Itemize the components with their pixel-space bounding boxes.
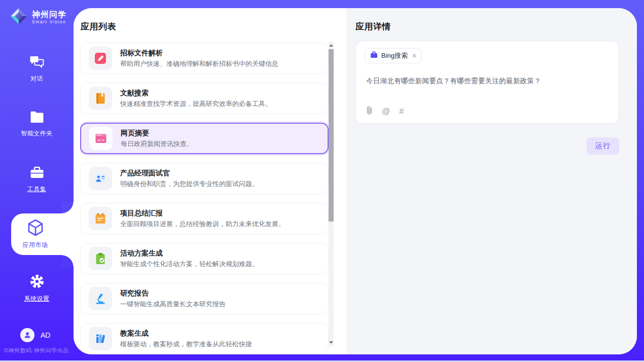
avatar <box>20 328 34 342</box>
app-detail-panel: 应用详情 Bing搜索 × 今日湖北有哪些新闻要点？有哪些需要关注的最新政策？ <box>346 8 637 354</box>
run-button[interactable]: 运行 <box>587 137 619 155</box>
app-detail-title: 应用详情 <box>355 21 391 32</box>
app-name: 项目总结汇报 <box>120 209 285 218</box>
sidebar-item-label: 系统设置 <box>24 295 50 303</box>
scroll-up-icon[interactable] <box>329 44 333 47</box>
chat-icon <box>29 55 45 71</box>
resume-icon <box>89 167 112 190</box>
app-row-literature-search[interactable]: 文献搜索 快速精准查找学术资源，提高研究效率的必备工具。 <box>80 83 329 114</box>
sidebar-item-label: 工具集 <box>27 185 47 194</box>
app-name: 教案生成 <box>120 329 252 338</box>
app-row-project-summary[interactable]: 项目总结汇报 全面回顾项目进展，总结经验教训，助力未来优化发展。 <box>80 203 329 234</box>
brand-subtitle: Smart Vision <box>32 19 66 24</box>
sidebar-item-app-market[interactable]: 应用市场 <box>11 213 74 255</box>
app-row-lesson-plan[interactable]: 教案生成 模板驱动，教案秒成，教学准备从此轻松快捷 <box>80 323 329 354</box>
sidebar-item-label: 智能文件夹 <box>21 129 53 138</box>
doc-edit-icon <box>89 47 112 70</box>
app-list-panel: 应用列表 招标文件解析 帮助用户快速、准确地理解和解析招标书中的关键信息 <box>74 8 346 354</box>
app-desc: 智能生成个性化活动方案，轻松解决规划难题。 <box>120 260 259 269</box>
app-list-title: 应用列表 <box>81 21 116 32</box>
sidebar: 神州问学 Smart Vision 对话 智能文件夹 工具集 <box>0 0 74 362</box>
sidebar-item-chat[interactable]: 对话 <box>0 55 74 83</box>
active-tab-bottom-curve <box>61 255 74 267</box>
app-row-research-report[interactable]: 研究报告 一键智能生成高质量长文本研究报告 <box>80 283 329 314</box>
app-name: 网页摘要 <box>121 129 193 138</box>
sidebar-item-toolset[interactable]: 工具集 <box>0 166 74 194</box>
app-row-pm-interviewer[interactable]: 产品经理面试官 明确身份和职责，为您提供专业性的面试问题。 <box>80 163 329 194</box>
brand-name: 神州问学 <box>32 10 66 19</box>
user-account[interactable]: AD <box>20 328 50 342</box>
scrollbar-thumb[interactable] <box>329 49 334 222</box>
app-desc: 明确身份和职责，为您提供专业性的面试问题。 <box>120 179 259 189</box>
paperclip-icon[interactable] <box>366 106 373 117</box>
svg-text:</>: </> <box>97 138 105 142</box>
copyright-text: ©神州数码·神州问学出品 <box>4 347 69 354</box>
app-row-web-summary[interactable]: </> 网页摘要 每日政府新闻资讯快查。 <box>80 123 329 154</box>
hash-icon[interactable]: # <box>399 107 404 116</box>
mention-icon[interactable]: @ <box>382 107 390 116</box>
app-name: 招标文件解析 <box>120 49 278 58</box>
app-desc: 快速精准查找学术资源，提高研究效率的必备工具。 <box>120 99 272 108</box>
app-row-event-plan[interactable]: 活动方案生成 智能生成个性化活动方案，轻松解决规划难题。 <box>80 243 329 274</box>
toolbox-icon <box>29 166 45 182</box>
microscope-icon <box>89 287 112 310</box>
tool-chip-label: Bing搜索 <box>381 51 408 60</box>
app-desc: 全面回顾项目进展，总结经验教训，助力未来优化发展。 <box>120 220 285 229</box>
app-name: 研究报告 <box>120 289 226 298</box>
app-logo: 神州问学 Smart Vision <box>9 7 66 28</box>
app-desc: 模板驱动，教案秒成，教学准备从此轻松快捷 <box>120 340 252 349</box>
sidebar-item-label: 应用市场 <box>23 241 48 249</box>
app-desc: 每日政府新闻资讯快查。 <box>121 139 193 149</box>
folder-icon <box>29 111 45 126</box>
app-list: 招标文件解析 帮助用户快速、准确地理解和解析招标书中的关键信息 文献搜索 快速精… <box>80 43 329 354</box>
cube-icon <box>27 219 44 238</box>
app-name: 产品经理面试官 <box>120 169 259 178</box>
prompt-card[interactable]: Bing搜索 × 今日湖北有哪些新闻要点？有哪些需要关注的最新政策？ @ # <box>355 41 619 124</box>
list-scrollbar[interactable] <box>329 42 334 346</box>
chip-close-icon[interactable]: × <box>412 52 416 59</box>
web-code-icon: </> <box>89 127 113 150</box>
book-icon <box>89 87 112 110</box>
app-name: 文献搜索 <box>120 89 272 98</box>
composer-toolbar: @ # <box>366 106 404 117</box>
scroll-down-icon[interactable] <box>329 341 333 344</box>
note-icon <box>89 207 112 230</box>
books-icon <box>89 327 112 350</box>
active-tab-top-curve <box>61 201 74 213</box>
tool-chip-bing-search[interactable]: Bing搜索 × <box>365 48 422 63</box>
brand-diamond-icon <box>9 7 28 28</box>
prompt-input[interactable]: 今日湖北有哪些新闻要点？有哪些需要关注的最新政策？ <box>366 77 609 86</box>
clipboard-check-icon <box>89 247 112 270</box>
main-surface: 应用列表 招标文件解析 帮助用户快速、准确地理解和解析招标书中的关键信息 <box>74 8 637 354</box>
app-name: 活动方案生成 <box>120 249 259 258</box>
gear-icon <box>29 274 45 291</box>
app-row-bid-doc-analysis[interactable]: 招标文件解析 帮助用户快速、准确地理解和解析招标书中的关键信息 <box>80 43 329 74</box>
briefcase-icon <box>370 51 378 60</box>
app-desc: 帮助用户快速、准确地理解和解析招标书中的关键信息 <box>120 59 278 68</box>
user-initials: AD <box>41 331 50 339</box>
sidebar-item-label: 对话 <box>30 75 43 83</box>
sidebar-item-settings[interactable]: 系统设置 <box>0 274 74 303</box>
sidebar-item-smart-folder[interactable]: 智能文件夹 <box>0 111 74 138</box>
app-desc: 一键智能生成高质量长文本研究报告 <box>120 300 226 309</box>
